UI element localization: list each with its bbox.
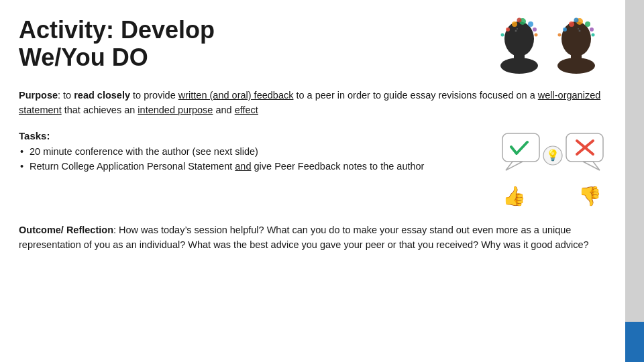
svg-text:👎: 👎 [578, 185, 602, 207]
svg-point-22 [592, 34, 595, 37]
svg-point-7 [533, 27, 537, 32]
svg-point-9 [535, 34, 538, 37]
purpose-label: Purpose [19, 90, 58, 101]
svg-point-20 [590, 27, 594, 32]
svg-point-23 [574, 18, 579, 23]
page-title: Activity: Develop We/You DO [19, 16, 215, 72]
svg-point-10 [517, 18, 522, 23]
feedback-image: 💡 👍 👎 [499, 130, 606, 210]
sidebar-blue-accent [625, 322, 644, 362]
svg-point-25 [578, 28, 579, 29]
svg-marker-29 [583, 162, 600, 170]
svg-text:💡: 💡 [546, 149, 559, 162]
svg-point-3 [506, 27, 510, 32]
svg-point-0 [504, 21, 534, 56]
svg-point-24 [579, 30, 581, 32]
tasks-title: Tasks: [19, 130, 486, 141]
svg-point-12 [517, 28, 518, 29]
svg-point-6 [528, 21, 533, 27]
svg-point-16 [563, 27, 567, 32]
read-closely: read closely [74, 90, 130, 101]
purpose-paragraph: Purpose: to read closely to provide writ… [19, 88, 606, 118]
svg-text:👍: 👍 [502, 185, 526, 207]
list-item: Return College Application Personal Stat… [19, 159, 486, 174]
svg-point-19 [585, 21, 590, 27]
header-image [492, 13, 606, 80]
svg-point-21 [558, 34, 561, 37]
svg-point-11 [515, 30, 517, 32]
svg-point-15 [557, 58, 595, 74]
outcome-label: Outcome/ Reflection [19, 225, 113, 235]
svg-point-4 [512, 21, 517, 27]
tasks-text: Tasks: 20 minute conference with the aut… [19, 130, 486, 174]
purpose-colon: : to [58, 90, 74, 101]
svg-point-17 [569, 21, 574, 27]
outcome-section: Outcome/ Reflection: How was today’s ses… [19, 223, 606, 253]
tasks-list: 20 minute conference with the author (se… [19, 144, 486, 174]
main-content: Activity: Develop We/You DO [0, 0, 625, 362]
svg-marker-27 [506, 162, 523, 170]
list-item: 20 minute conference with the author (se… [19, 144, 486, 159]
title-block: Activity: Develop We/You DO [19, 16, 215, 72]
svg-point-2 [500, 58, 538, 74]
right-sidebar [625, 0, 644, 362]
header-row: Activity: Develop We/You DO [19, 16, 606, 80]
svg-point-8 [501, 34, 504, 37]
svg-point-13 [561, 21, 591, 56]
tasks-section: Tasks: 20 minute conference with the aut… [19, 130, 606, 210]
